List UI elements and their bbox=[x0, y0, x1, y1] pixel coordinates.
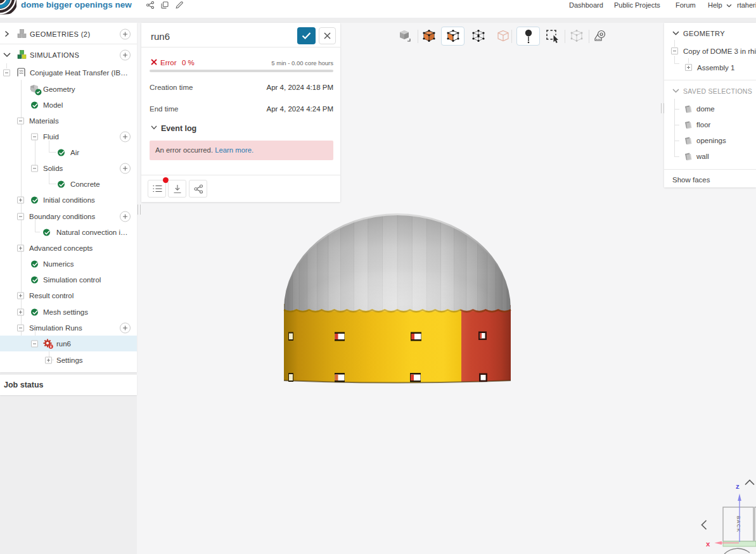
svg-text:BACK: BACK bbox=[736, 516, 741, 533]
svg-text:z: z bbox=[736, 482, 740, 490]
svg-text:x: x bbox=[706, 540, 710, 548]
